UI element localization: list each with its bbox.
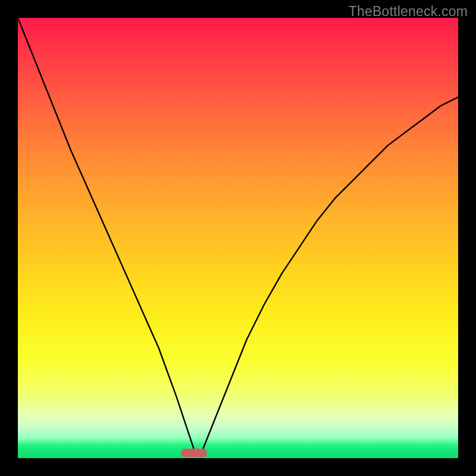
bottleneck-curve	[18, 18, 458, 458]
watermark-text: TheBottleneck.com	[349, 4, 468, 20]
chart-frame: TheBottleneck.com	[0, 0, 476, 476]
plot-area	[18, 18, 458, 458]
optimal-marker	[181, 449, 207, 457]
